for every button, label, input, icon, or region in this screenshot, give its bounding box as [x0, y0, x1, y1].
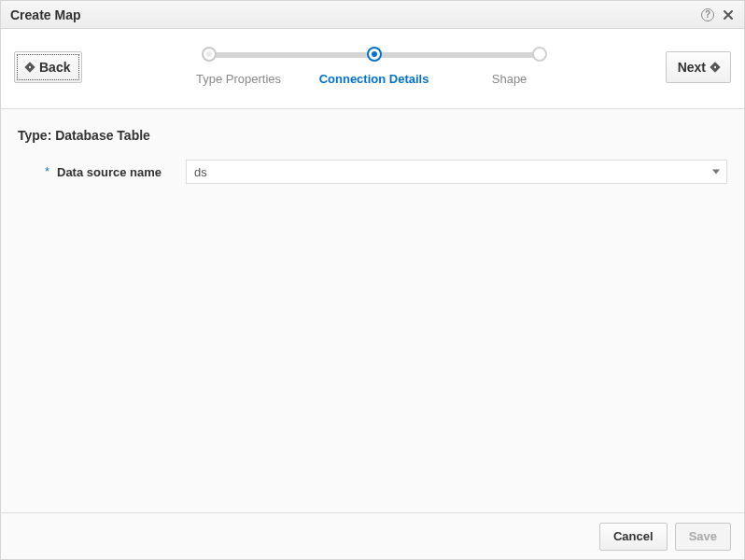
back-button-label: Back [39, 60, 70, 75]
step-label-type-properties: Type Properties [174, 72, 304, 86]
chevron-down-icon [712, 170, 720, 175]
footer: Cancel Save [1, 512, 744, 559]
content-area: Type: Database Table * Data source name … [1, 109, 744, 512]
step-track [202, 42, 547, 66]
type-prefix: Type: [18, 128, 51, 143]
help-icon[interactable]: ? [699, 7, 716, 23]
data-source-select[interactable]: ds [186, 160, 727, 184]
back-button[interactable]: Back [14, 51, 82, 83]
cancel-button[interactable]: Cancel [599, 523, 668, 551]
save-button-label: Save [689, 529, 717, 543]
chevron-left-icon [24, 62, 35, 72]
dialog-title: Create Map [10, 7, 696, 22]
type-line: Type: Database Table [18, 128, 727, 143]
next-button-label: Next [678, 60, 706, 75]
next-button[interactable]: Next [666, 51, 731, 83]
required-indicator: * [40, 165, 49, 178]
data-source-label: Data source name [57, 165, 178, 179]
chevron-right-icon [710, 62, 720, 72]
data-source-value: ds [194, 165, 207, 179]
step-label-connection-details: Connection Details [309, 72, 440, 86]
step-labels: Type Properties Connection Details Shape [174, 72, 575, 86]
title-bar: Create Map ? [1, 1, 744, 29]
step-dot-connection-details[interactable] [367, 47, 382, 62]
save-button: Save [675, 523, 731, 551]
data-source-row: * Data source name ds [18, 160, 727, 184]
close-icon[interactable] [720, 7, 737, 23]
wizard-steps: Type Properties Connection Details Shape [82, 42, 665, 86]
step-dot-shape[interactable] [532, 47, 547, 62]
create-map-dialog: Create Map ? Back Type Properties Conne [0, 0, 745, 560]
type-value: Database Table [55, 128, 150, 143]
step-dot-type-properties[interactable] [202, 47, 217, 62]
step-label-shape: Shape [444, 72, 575, 86]
cancel-button-label: Cancel [613, 529, 654, 543]
wizard-bar: Back Type Properties Connection Details … [1, 29, 744, 109]
